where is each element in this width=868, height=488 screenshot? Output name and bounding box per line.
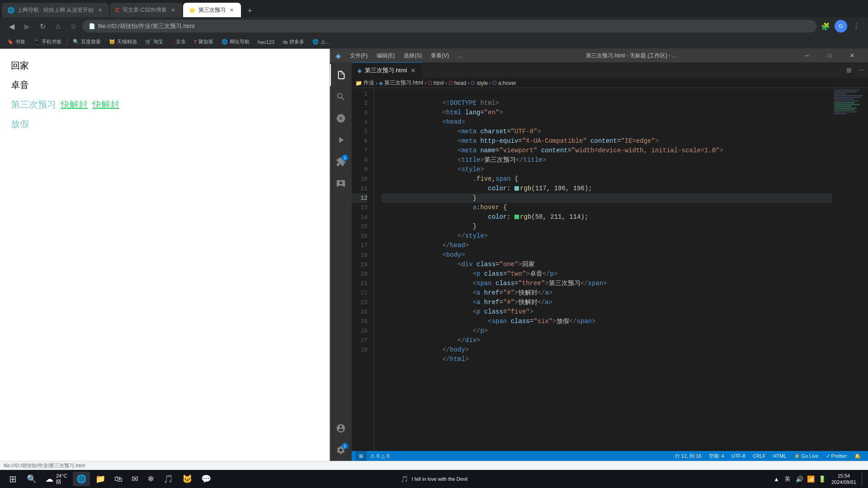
back-button[interactable]: ◀ — [5, 20, 18, 33]
reload-button[interactable]: ↻ — [36, 20, 49, 33]
win-maximize[interactable]: □ — [819, 49, 840, 62]
tab1-close[interactable]: ✕ — [96, 6, 104, 14]
menu-view[interactable]: 查看(V) — [427, 51, 453, 61]
bc-sep5: › — [489, 80, 491, 86]
status-prettier[interactable]: ✓ Prettier — [822, 451, 851, 461]
bookmark-button[interactable]: ☆ — [67, 20, 80, 33]
status-errors[interactable]: ⚠ 0 △ 0 — [367, 451, 393, 461]
bookmark-hao[interactable]: hao123 — [254, 38, 278, 46]
activity-git[interactable] — [330, 108, 352, 129]
menu-edit[interactable]: 编辑(E) — [373, 51, 398, 61]
menu-button[interactable]: ⋮ — [850, 20, 863, 33]
win-close[interactable]: ✕ — [842, 49, 863, 62]
activity-account[interactable] — [330, 418, 352, 439]
activity-run[interactable] — [330, 129, 352, 151]
taskbar-app5[interactable]: ❄ — [144, 472, 158, 486]
bc-style-label[interactable]: style — [476, 80, 488, 86]
clock[interactable]: 15:54 2024/09/61 — [830, 473, 858, 486]
tab1-label: 上网导航 · 轻快上网 从这里开始 — [17, 6, 94, 14]
status-remote[interactable]: ⊞ — [355, 451, 367, 461]
taskbar-store[interactable]: 🛍 — [111, 472, 126, 486]
status-line-col[interactable]: 行 12, 列 16 — [671, 451, 705, 461]
bookmark-ju-label: 聚划算 — [198, 38, 213, 45]
status-golive[interactable]: ⚡ Go Live — [790, 451, 822, 461]
taskbar-edge[interactable]: 🌐 — [73, 472, 90, 486]
bookmark-nav[interactable]: 🌐 网址导航 — [218, 38, 253, 46]
editor-tab-active[interactable]: ◈ 第三次预习.html ✕ — [352, 62, 423, 78]
tab2-close[interactable]: ✕ — [170, 6, 177, 14]
bookmark-more[interactable]: 🌐 上... — [309, 38, 333, 46]
bc-ahover-label[interactable]: a:hover — [498, 80, 516, 86]
address-bar-toolbar: ◀ ▶ ↻ ⌂ ☆ 📄 file:///D:/胡佳怡/作业/第三次预习.html… — [0, 17, 868, 35]
ln-2: 2 — [352, 99, 368, 108]
store-icon: 🛍 — [114, 474, 123, 484]
activity-remote[interactable] — [330, 173, 352, 194]
menu-file[interactable]: 文件(F) — [346, 51, 371, 61]
taskbar-app6[interactable]: 🎵 — [160, 472, 177, 486]
activity-extensions[interactable]: 1 — [330, 151, 352, 173]
weather-widget[interactable]: ☁ 24°C 阴 — [42, 473, 71, 485]
encoding-text: UTF-8 — [731, 453, 745, 459]
taskbar-explorer[interactable]: 📁 — [92, 472, 109, 486]
taskbar-app7[interactable]: 🐱 — [179, 472, 196, 486]
taskbar-mail[interactable]: ✉ — [128, 472, 142, 486]
tray-icons[interactable]: ▲ — [774, 476, 779, 483]
ln-14: 14 — [352, 212, 368, 222]
show-desktop[interactable] — [862, 472, 864, 486]
tray-volume[interactable]: 🔊 — [796, 475, 803, 483]
ln-10: 10 — [352, 174, 368, 184]
link-1[interactable]: 快解封 — [61, 99, 88, 111]
more-actions-button[interactable]: ⋯ — [855, 64, 868, 76]
browser-tab-3[interactable]: ⭐ 第三次预习 ✕ — [183, 3, 241, 17]
status-spaces[interactable]: 空格: 4 — [705, 451, 728, 461]
address-bar[interactable]: 📄 file:///D:/胡佳怡/作业/第三次预习.html — [82, 20, 816, 33]
activity-search[interactable] — [330, 86, 352, 108]
menu-select[interactable]: 选择(S) — [400, 51, 425, 61]
status-encoding[interactable]: UTF-8 — [728, 451, 749, 461]
bookmark-jd[interactable]: J 京东 — [168, 38, 189, 46]
tray-lang[interactable]: 英 — [783, 475, 792, 483]
split-editor-button[interactable]: ⊞ — [843, 64, 855, 76]
win-minimize[interactable]: ─ — [797, 49, 817, 62]
start-button[interactable]: ⊞ — [4, 472, 22, 486]
clock-time: 15:54 — [838, 473, 850, 479]
bc-file-label[interactable]: 第三次预习.html — [384, 79, 423, 87]
tray-battery[interactable]: 🔋 — [818, 475, 826, 483]
profile-button[interactable]: G — [835, 20, 847, 33]
bookmark-1[interactable]: 🔖 书签 — [4, 38, 29, 46]
link-2[interactable]: 快解封 — [92, 99, 119, 111]
tab3-close[interactable]: ✕ — [228, 6, 236, 14]
bc-html-label[interactable]: html — [434, 80, 444, 86]
taskbar-app8[interactable]: 💬 — [198, 472, 215, 486]
app8-icon: 💬 — [201, 474, 211, 484]
bookmark-taobao[interactable]: 🛒 淘宝 — [142, 38, 167, 46]
new-tab-button[interactable]: + — [244, 5, 256, 17]
taskbar-search[interactable]: 🔍 — [24, 472, 40, 486]
bookmark-pdd[interactable]: 🛍 拼多多 — [279, 38, 308, 46]
bookmark-2[interactable]: 📱 手机书签 — [30, 38, 65, 46]
activity-explorer[interactable] — [330, 64, 352, 86]
bookmark-taobao-icon: 🛒 — [145, 39, 151, 45]
status-notifications[interactable]: 🔔 — [851, 451, 864, 461]
editor-tab-close[interactable]: ✕ — [410, 67, 417, 74]
bc-head-label[interactable]: head — [454, 80, 467, 86]
home-button[interactable]: ⌂ — [52, 20, 64, 33]
ln-17: 17 — [352, 241, 368, 250]
golive-icon: ⚡ — [794, 453, 800, 459]
extensions-button[interactable]: 🧩 — [819, 20, 832, 33]
code-content[interactable]: <!DOCTYPE html> <html lang="en"> <head> — [374, 88, 832, 451]
music-widget[interactable]: 🎵 I fell in love with the Devil — [401, 475, 468, 483]
bookmark-baidu[interactable]: 🔍 百度搜索 — [69, 38, 104, 46]
forward-button[interactable]: ▶ — [21, 20, 33, 33]
browser-tab-1[interactable]: 🌐 上网导航 · 轻快上网 从这里开始 ✕ — [2, 3, 109, 17]
bookmark-tianmao[interactable]: 🐱 天猫精选 — [105, 38, 141, 46]
address-text: file:///D:/胡佳怡/作业/第三次预习.html — [98, 22, 194, 30]
bc-folder-label[interactable]: 作业 — [363, 79, 374, 87]
tray-wifi[interactable]: 📶 — [807, 475, 815, 483]
status-language[interactable]: HTML — [769, 451, 790, 461]
browser-tab-2[interactable]: C 写文章-CSDN博客 ✕ — [110, 3, 182, 17]
status-eol[interactable]: CRLF — [749, 451, 769, 461]
bookmark-ju[interactable]: T 聚划算 — [190, 38, 217, 46]
activity-settings[interactable]: 1 — [330, 439, 352, 461]
menu-more[interactable]: ... — [454, 52, 466, 60]
